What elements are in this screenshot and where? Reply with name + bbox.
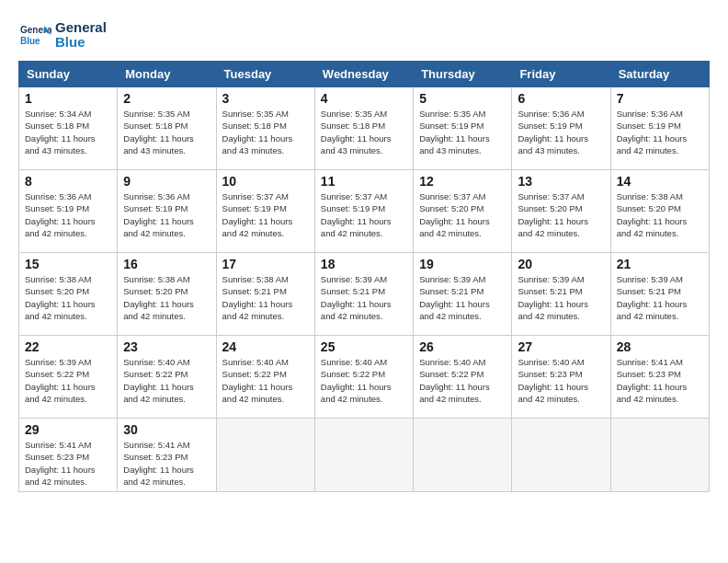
cell-details: Sunrise: 5:39 AM Sunset: 5:22 PM Dayligh…	[25, 356, 111, 405]
day-number: 3	[222, 91, 309, 106]
day-number: 14	[617, 174, 703, 189]
calendar-cell	[314, 419, 413, 492]
logo: General Blue General Blue	[18, 18, 107, 52]
day-number: 16	[123, 257, 210, 271]
cell-details: Sunrise: 5:38 AM Sunset: 5:20 PM Dayligh…	[123, 273, 210, 322]
logo-blue: Blue	[55, 35, 107, 51]
calendar-table: SundayMondayTuesdayWednesdayThursdayFrid…	[18, 61, 710, 492]
calendar-cell: 13Sunrise: 5:37 AM Sunset: 5:20 PM Dayli…	[512, 170, 610, 253]
calendar-cell: 27Sunrise: 5:40 AM Sunset: 5:23 PM Dayli…	[512, 336, 610, 419]
calendar-cell	[414, 419, 512, 492]
calendar-cell: 4Sunrise: 5:35 AM Sunset: 5:18 PM Daylig…	[314, 87, 413, 170]
logo-general: General	[55, 20, 107, 36]
day-number: 10	[222, 174, 309, 189]
calendar-cell: 2Sunrise: 5:35 AM Sunset: 5:18 PM Daylig…	[118, 87, 216, 170]
cell-details: Sunrise: 5:35 AM Sunset: 5:18 PM Dayligh…	[321, 108, 407, 156]
day-number: 13	[518, 174, 604, 189]
calendar-header-row: SundayMondayTuesdayWednesdayThursdayFrid…	[19, 62, 710, 87]
cell-details: Sunrise: 5:41 AM Sunset: 5:23 PM Dayligh…	[123, 439, 210, 488]
calendar-cell: 20Sunrise: 5:39 AM Sunset: 5:21 PM Dayli…	[512, 253, 610, 336]
calendar-cell	[610, 419, 709, 492]
calendar-cell: 14Sunrise: 5:38 AM Sunset: 5:20 PM Dayli…	[610, 170, 709, 253]
day-number: 19	[419, 257, 506, 271]
svg-text:Blue: Blue	[20, 36, 40, 46]
cell-details: Sunrise: 5:38 AM Sunset: 5:20 PM Dayligh…	[25, 273, 111, 322]
logo-icon: General Blue	[18, 18, 51, 52]
day-number: 11	[321, 174, 407, 189]
calendar-cell	[216, 419, 314, 492]
day-number: 28	[617, 339, 703, 354]
calendar-cell: 29Sunrise: 5:41 AM Sunset: 5:23 PM Dayli…	[19, 419, 118, 492]
cell-details: Sunrise: 5:40 AM Sunset: 5:22 PM Dayligh…	[123, 356, 210, 405]
cell-details: Sunrise: 5:37 AM Sunset: 5:19 PM Dayligh…	[321, 190, 407, 239]
day-number: 17	[222, 257, 309, 271]
cell-details: Sunrise: 5:39 AM Sunset: 5:21 PM Dayligh…	[518, 273, 604, 322]
calendar-cell: 6Sunrise: 5:36 AM Sunset: 5:19 PM Daylig…	[512, 87, 610, 170]
day-number: 29	[25, 422, 111, 437]
day-header-saturday: Saturday	[610, 62, 709, 87]
day-header-sunday: Sunday	[19, 62, 118, 87]
calendar-cell: 16Sunrise: 5:38 AM Sunset: 5:20 PM Dayli…	[118, 253, 216, 336]
day-number: 9	[123, 174, 210, 189]
calendar-cell: 12Sunrise: 5:37 AM Sunset: 5:20 PM Dayli…	[414, 170, 512, 253]
cell-details: Sunrise: 5:37 AM Sunset: 5:20 PM Dayligh…	[419, 190, 506, 239]
day-number: 21	[617, 257, 703, 271]
calendar-cell: 25Sunrise: 5:40 AM Sunset: 5:22 PM Dayli…	[314, 336, 413, 419]
cell-details: Sunrise: 5:40 AM Sunset: 5:22 PM Dayligh…	[419, 356, 506, 405]
cell-details: Sunrise: 5:36 AM Sunset: 5:19 PM Dayligh…	[617, 108, 703, 156]
day-header-friday: Friday	[512, 62, 610, 87]
calendar-cell: 30Sunrise: 5:41 AM Sunset: 5:23 PM Dayli…	[118, 419, 216, 492]
week-row-5: 29Sunrise: 5:41 AM Sunset: 5:23 PM Dayli…	[19, 419, 710, 492]
cell-details: Sunrise: 5:40 AM Sunset: 5:23 PM Dayligh…	[518, 356, 604, 405]
cell-details: Sunrise: 5:38 AM Sunset: 5:21 PM Dayligh…	[222, 273, 309, 322]
week-row-1: 1Sunrise: 5:34 AM Sunset: 5:18 PM Daylig…	[19, 87, 710, 170]
week-row-2: 8Sunrise: 5:36 AM Sunset: 5:19 PM Daylig…	[19, 170, 710, 253]
calendar-cell: 23Sunrise: 5:40 AM Sunset: 5:22 PM Dayli…	[118, 336, 216, 419]
cell-details: Sunrise: 5:39 AM Sunset: 5:21 PM Dayligh…	[321, 273, 407, 322]
page-header: General Blue General Blue	[18, 18, 710, 52]
calendar-cell: 21Sunrise: 5:39 AM Sunset: 5:21 PM Dayli…	[610, 253, 709, 336]
week-row-4: 22Sunrise: 5:39 AM Sunset: 5:22 PM Dayli…	[19, 336, 710, 419]
calendar-cell: 7Sunrise: 5:36 AM Sunset: 5:19 PM Daylig…	[610, 87, 709, 170]
cell-details: Sunrise: 5:35 AM Sunset: 5:19 PM Dayligh…	[419, 108, 506, 156]
day-number: 12	[419, 174, 506, 189]
calendar-cell: 19Sunrise: 5:39 AM Sunset: 5:21 PM Dayli…	[414, 253, 512, 336]
day-number: 22	[25, 339, 111, 354]
cell-details: Sunrise: 5:35 AM Sunset: 5:18 PM Dayligh…	[123, 108, 210, 156]
day-number: 7	[617, 91, 703, 106]
day-header-thursday: Thursday	[414, 62, 512, 87]
calendar-cell: 24Sunrise: 5:40 AM Sunset: 5:22 PM Dayli…	[216, 336, 314, 419]
day-number: 27	[518, 339, 604, 354]
day-number: 25	[321, 339, 407, 354]
day-number: 5	[419, 91, 506, 106]
calendar-cell: 26Sunrise: 5:40 AM Sunset: 5:22 PM Dayli…	[414, 336, 512, 419]
cell-details: Sunrise: 5:35 AM Sunset: 5:18 PM Dayligh…	[222, 108, 309, 156]
calendar-cell: 15Sunrise: 5:38 AM Sunset: 5:20 PM Dayli…	[19, 253, 118, 336]
calendar-cell: 22Sunrise: 5:39 AM Sunset: 5:22 PM Dayli…	[19, 336, 118, 419]
day-number: 15	[25, 257, 111, 271]
cell-details: Sunrise: 5:41 AM Sunset: 5:23 PM Dayligh…	[617, 356, 703, 405]
day-number: 23	[123, 339, 210, 354]
day-number: 2	[123, 91, 210, 106]
calendar-cell: 1Sunrise: 5:34 AM Sunset: 5:18 PM Daylig…	[19, 87, 118, 170]
calendar-cell: 18Sunrise: 5:39 AM Sunset: 5:21 PM Dayli…	[314, 253, 413, 336]
cell-details: Sunrise: 5:36 AM Sunset: 5:19 PM Dayligh…	[25, 190, 111, 239]
cell-details: Sunrise: 5:36 AM Sunset: 5:19 PM Dayligh…	[123, 190, 210, 239]
svg-rect-0	[18, 18, 51, 52]
cell-details: Sunrise: 5:34 AM Sunset: 5:18 PM Dayligh…	[25, 108, 111, 156]
day-number: 8	[25, 174, 111, 189]
day-number: 1	[25, 91, 111, 106]
calendar-cell: 9Sunrise: 5:36 AM Sunset: 5:19 PM Daylig…	[118, 170, 216, 253]
cell-details: Sunrise: 5:40 AM Sunset: 5:22 PM Dayligh…	[321, 356, 407, 405]
day-number: 30	[123, 422, 210, 437]
calendar-cell: 17Sunrise: 5:38 AM Sunset: 5:21 PM Dayli…	[216, 253, 314, 336]
cell-details: Sunrise: 5:40 AM Sunset: 5:22 PM Dayligh…	[222, 356, 309, 405]
cell-details: Sunrise: 5:39 AM Sunset: 5:21 PM Dayligh…	[419, 273, 506, 322]
calendar-cell: 11Sunrise: 5:37 AM Sunset: 5:19 PM Dayli…	[314, 170, 413, 253]
day-number: 26	[419, 339, 506, 354]
day-number: 6	[518, 91, 604, 106]
calendar-cell: 8Sunrise: 5:36 AM Sunset: 5:19 PM Daylig…	[19, 170, 118, 253]
day-header-wednesday: Wednesday	[314, 62, 413, 87]
cell-details: Sunrise: 5:36 AM Sunset: 5:19 PM Dayligh…	[518, 108, 604, 156]
day-number: 18	[321, 257, 407, 271]
